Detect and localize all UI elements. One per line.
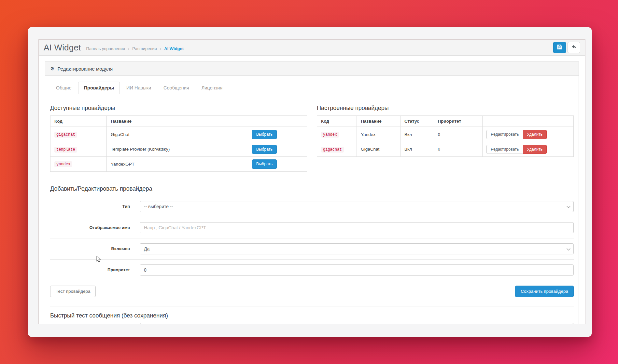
available-providers-table: Код Название gigachat GigaChat: [50, 115, 307, 172]
form-group-type: Тип -- выберите --: [50, 196, 574, 217]
save-provider-button[interactable]: Сохранить провайдера: [515, 286, 574, 297]
form-group-priority: Приоритет: [50, 260, 574, 280]
display-name-label: Отображаемое имя: [50, 225, 130, 230]
page-header: AI Widget Панель управления › Расширения…: [39, 40, 585, 56]
table-header-row: Код Название Статус Приоритет: [317, 116, 574, 127]
delete-provider-button[interactable]: Удалить: [523, 130, 547, 139]
page-content: ⚙ Редактирование модуля Общие Провайдеры…: [39, 56, 585, 324]
chevron-down-icon: [567, 247, 570, 250]
row-actions: Редактировать Удалить: [486, 130, 547, 139]
provider-code-chip: yandex: [54, 161, 72, 167]
provider-status: Вкл: [400, 142, 434, 157]
providers-tables-section: Доступные провайдеры Код Название: [50, 105, 574, 172]
type-label: Тип: [50, 204, 130, 209]
column-header-name: Название: [357, 116, 400, 127]
tab-bar: Общие Провайдеры ИИ Навыки Сообщения Лиц…: [50, 82, 574, 94]
quick-test-row: [50, 323, 574, 324]
table-row: yandex Yandex Вкл 0 Редактировать Удалит…: [317, 127, 574, 142]
provider-code-chip: gigachat: [54, 132, 77, 138]
table-row: gigachat GigaChat Вкл 0 Редактировать Уд…: [317, 142, 574, 157]
breadcrumb-item-dashboard[interactable]: Панель управления: [86, 46, 125, 51]
provider-status: Вкл: [400, 127, 434, 142]
select-provider-button[interactable]: Выбрать: [252, 159, 277, 169]
panel-heading-label: Редактирование модуля: [57, 66, 113, 72]
provider-form-heading: Добавить/Редактировать провайдера: [50, 185, 574, 192]
provider-code-chip: yandex: [321, 132, 339, 138]
tab-general[interactable]: Общие: [50, 82, 77, 94]
available-providers-column: Доступные провайдеры Код Название: [50, 105, 307, 172]
column-header-actions: [248, 116, 307, 127]
breadcrumb-item-current: AI Widget: [164, 46, 184, 51]
edit-provider-button[interactable]: Редактировать: [486, 130, 523, 139]
type-select-value: -- выберите --: [144, 204, 173, 209]
configured-providers-heading: Настроенные провайдеры: [317, 105, 574, 112]
quick-test-spacer: [50, 323, 140, 324]
table-row: gigachat GigaChat Выбрать: [50, 127, 307, 142]
configured-providers-column: Настроенные провайдеры Код Название Стат…: [317, 105, 574, 172]
type-select[interactable]: -- выберите --: [140, 201, 574, 212]
provider-code-chip: gigachat: [321, 147, 344, 153]
tab-providers[interactable]: Провайдеры: [78, 82, 120, 94]
floppy-save-icon: [557, 44, 562, 51]
provider-priority: 0: [434, 127, 483, 142]
module-edit-panel: ⚙ Редактирование модуля Общие Провайдеры…: [45, 61, 579, 324]
provider-name: GigaChat: [107, 127, 248, 142]
row-actions: Редактировать Удалить: [486, 145, 547, 154]
provider-name: Yandex: [357, 127, 400, 142]
column-header-code: Код: [317, 116, 357, 127]
display-name-input[interactable]: [140, 222, 574, 233]
column-header-name: Название: [107, 116, 248, 127]
priority-label: Приоритет: [50, 267, 130, 272]
tab-messages[interactable]: Сообщения: [158, 82, 195, 94]
column-header-priority: Приоритет: [434, 116, 483, 127]
column-header-actions: [483, 116, 574, 127]
select-provider-button[interactable]: Выбрать: [252, 145, 277, 154]
gear-icon: ⚙: [50, 66, 54, 72]
save-button[interactable]: [553, 42, 566, 53]
breadcrumb-item-extensions[interactable]: Расширения: [132, 46, 157, 51]
browser-window-card: AI Widget Панель управления › Расширения…: [28, 27, 592, 337]
quick-test-input[interactable]: [140, 323, 574, 324]
breadcrumb-separator: ›: [160, 46, 161, 51]
reply-arrow-icon: [571, 44, 577, 51]
tab-license[interactable]: Лицензия: [196, 82, 228, 94]
breadcrumb: Панель управления › Расширения › AI Widg…: [86, 46, 184, 51]
provider-code-chip: template: [54, 147, 77, 153]
back-button[interactable]: [568, 42, 580, 53]
breadcrumb-separator: ›: [128, 46, 129, 51]
tab-ai-skills[interactable]: ИИ Навыки: [120, 82, 157, 94]
panel-heading: ⚙ Редактирование модуля: [45, 62, 579, 76]
quick-test-heading: Быстрый тест сообщения (без сохранения): [50, 312, 574, 319]
provider-name: Template Provider (Korvatsky): [107, 142, 248, 157]
chevron-down-icon: [567, 204, 570, 208]
available-providers-heading: Доступные провайдеры: [50, 105, 307, 112]
desktop-background: { "header": { "title": "AI Widget", "bre…: [0, 0, 618, 364]
provider-name: YandexGPT: [107, 157, 248, 172]
provider-name: GigaChat: [357, 142, 400, 157]
enabled-select-value: Да: [144, 246, 149, 251]
priority-input[interactable]: [140, 264, 574, 276]
table-header-row: Код Название: [50, 116, 307, 127]
table-row: yandex YandexGPT Выбрать: [50, 157, 307, 172]
admin-page-frame: AI Widget Панель управления › Расширения…: [38, 39, 585, 324]
edit-provider-button[interactable]: Редактировать: [486, 145, 523, 154]
table-row: template Template Provider (Korvatsky) В…: [50, 142, 307, 157]
page-title: AI Widget: [44, 43, 81, 53]
column-header-status: Статус: [400, 116, 434, 127]
enabled-label: Включен: [50, 246, 130, 251]
form-footer: Тест провайдера Сохранить провайдера: [50, 286, 574, 307]
enabled-select[interactable]: Да: [140, 243, 574, 254]
provider-priority: 0: [434, 142, 483, 157]
panel-body: Общие Провайдеры ИИ Навыки Сообщения Лиц…: [45, 76, 579, 324]
test-provider-button[interactable]: Тест провайдера: [50, 286, 96, 297]
select-provider-button[interactable]: Выбрать: [252, 130, 277, 139]
delete-provider-button[interactable]: Удалить: [523, 145, 547, 154]
header-actions: [553, 42, 580, 53]
column-header-code: Код: [50, 116, 107, 127]
form-group-display-name: Отображаемое имя: [50, 217, 574, 238]
configured-providers-table: Код Название Статус Приоритет: [317, 115, 574, 157]
form-group-enabled: Включен Да: [50, 238, 574, 260]
